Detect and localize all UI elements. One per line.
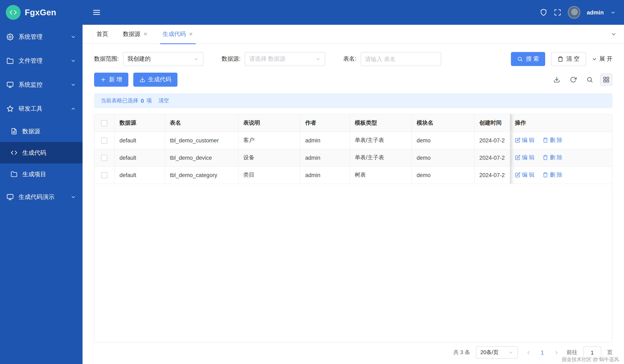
column-settings-icon-button[interactable] bbox=[600, 74, 612, 86]
header-actions: admin bbox=[540, 6, 616, 19]
expand-button[interactable]: 展 开 bbox=[592, 52, 612, 66]
add-button[interactable]: 新 增 bbox=[94, 73, 128, 87]
sidebar-submenu: 数据源 生成代码 生成项目 bbox=[0, 121, 82, 185]
col-header-actions: 操作 bbox=[510, 114, 612, 132]
current-page[interactable]: 1 bbox=[539, 349, 546, 356]
row-checkbox[interactable] bbox=[101, 155, 107, 161]
app-root: FgxGen 系统管理 文件管理 系统监控 研发工具 bbox=[0, 0, 624, 364]
cell-desc: 设备 bbox=[238, 149, 300, 166]
clear-button-label: 清 空 bbox=[566, 55, 579, 63]
edit-link[interactable]: 编 辑 bbox=[515, 171, 535, 179]
monitor-icon bbox=[7, 81, 14, 88]
edit-icon bbox=[515, 138, 520, 143]
cell-table: tbl_demo_customer bbox=[165, 132, 238, 149]
sidebar-subitem-generate-project[interactable]: 生成项目 bbox=[0, 163, 82, 185]
delete-link[interactable]: 删 除 bbox=[543, 154, 563, 161]
table-row[interactable]: default tbl_demo_category 类目 admin 树表 de… bbox=[95, 166, 612, 184]
selection-info-bar: 当前表格已选择 0 项 清空 bbox=[94, 93, 612, 108]
data-table: 数据源 表名 表说明 作者 模板类型 模块名 创建时间 操作 bbox=[94, 114, 612, 342]
page-size-value: 20条/页 bbox=[480, 349, 508, 356]
sidebar-item-dev-tools[interactable]: 研发工具 bbox=[0, 97, 82, 121]
cell-template: 单表/主子表 bbox=[350, 132, 412, 149]
sidebar-subitem-generate-code[interactable]: 生成代码 bbox=[0, 142, 82, 163]
clear-button[interactable]: 清 空 bbox=[551, 52, 586, 66]
select-all-checkbox[interactable] bbox=[101, 120, 107, 126]
cell-created: 2024-07-2 bbox=[474, 132, 510, 149]
filter-scope: 数据范围: 我创建的 bbox=[94, 52, 204, 66]
edit-link[interactable]: 编 辑 bbox=[515, 137, 535, 144]
cell-author: admin bbox=[300, 166, 350, 184]
sidebar-item-file-mgmt[interactable]: 文件管理 bbox=[0, 49, 82, 73]
delete-link[interactable]: 删 除 bbox=[543, 171, 563, 179]
export-icon-button[interactable] bbox=[550, 74, 563, 86]
search-icon bbox=[517, 56, 523, 62]
logo[interactable]: FgxGen bbox=[0, 0, 82, 25]
fullscreen-icon[interactable] bbox=[554, 9, 561, 16]
selection-prefix: 当前表格已选择 bbox=[101, 97, 138, 104]
tab-datasource[interactable]: 数据源 bbox=[123, 25, 148, 44]
trash-icon bbox=[543, 172, 548, 178]
delete-label: 删 除 bbox=[550, 137, 563, 144]
delete-link[interactable]: 删 除 bbox=[543, 137, 563, 144]
chevron-down-icon[interactable] bbox=[610, 10, 616, 15]
cell-module: demo bbox=[412, 149, 474, 166]
row-checkbox[interactable] bbox=[101, 137, 107, 144]
selection-count: 0 bbox=[141, 97, 144, 104]
sidebar-item-code-demo[interactable]: 生成代码演示 bbox=[0, 185, 82, 209]
cell-table: tbl_demo_category bbox=[165, 166, 238, 184]
tab-options-chevron-icon[interactable] bbox=[611, 31, 617, 37]
cell-author: admin bbox=[300, 132, 350, 149]
cell-module: demo bbox=[412, 132, 474, 149]
tab-generate-code[interactable]: 生成代码 bbox=[163, 25, 193, 44]
close-icon[interactable] bbox=[143, 32, 148, 36]
sidebar-subitem-datasource[interactable]: 数据源 bbox=[0, 121, 82, 142]
search-button[interactable]: 搜 索 bbox=[511, 52, 545, 66]
filter-table-name: 表名: bbox=[343, 52, 441, 66]
chevron-down-icon bbox=[315, 56, 321, 62]
avatar[interactable] bbox=[568, 6, 580, 19]
cell-author: admin bbox=[300, 149, 350, 166]
page-size-select[interactable]: 20条/页 bbox=[476, 346, 518, 359]
table-row[interactable]: default tbl_demo_device 设备 admin 单表/主子表 … bbox=[95, 149, 612, 166]
tab-bar: 首页 数据源 生成代码 bbox=[82, 25, 624, 44]
table-name-input[interactable] bbox=[361, 52, 441, 66]
cell-created: 2024-07-2 bbox=[474, 149, 510, 166]
app-title: FgxGen bbox=[25, 8, 56, 17]
sidebar-item-label: 生成代码演示 bbox=[19, 193, 66, 201]
edit-label: 编 辑 bbox=[522, 154, 535, 161]
search-icon-button[interactable] bbox=[584, 74, 596, 86]
code-icon bbox=[11, 149, 17, 156]
sidebar-item-label: 研发工具 bbox=[19, 104, 66, 112]
sidebar-item-system-monitor[interactable]: 系统监控 bbox=[0, 73, 82, 97]
sidebar-item-system-mgmt[interactable]: 系统管理 bbox=[0, 25, 82, 49]
user-name[interactable]: admin bbox=[587, 9, 604, 16]
generate-code-button[interactable]: 生成代码 bbox=[133, 73, 178, 87]
datasource-select[interactable]: 请选择 数据源 bbox=[245, 52, 325, 66]
next-page-button[interactable] bbox=[552, 348, 561, 357]
selection-clear-link[interactable]: 清空 bbox=[158, 97, 169, 104]
refresh-icon-button[interactable] bbox=[567, 74, 579, 86]
filter-actions: 搜 索 清 空 展 开 bbox=[511, 52, 612, 66]
edit-label: 编 辑 bbox=[522, 171, 535, 179]
table-row[interactable]: default tbl_demo_customer 客户 admin 单表/主子… bbox=[95, 132, 612, 149]
chevron-down-icon bbox=[71, 82, 76, 87]
cell-template: 单表/主子表 bbox=[350, 149, 412, 166]
prev-page-button[interactable] bbox=[524, 348, 533, 357]
generate-code-button-label: 生成代码 bbox=[148, 76, 171, 83]
tab-home[interactable]: 首页 bbox=[97, 25, 108, 44]
row-checkbox[interactable] bbox=[101, 172, 107, 178]
expand-button-label: 展 开 bbox=[599, 55, 612, 63]
sidebar: FgxGen 系统管理 文件管理 系统监控 研发工具 bbox=[0, 0, 82, 364]
col-header-module: 模块名 bbox=[412, 114, 474, 132]
top-header: admin bbox=[82, 0, 624, 25]
edit-link[interactable]: 编 辑 bbox=[515, 154, 535, 161]
table-header-row: 数据源 表名 表说明 作者 模板类型 模块名 创建时间 操作 bbox=[95, 114, 612, 132]
menu-toggle-icon[interactable] bbox=[92, 8, 101, 17]
close-icon[interactable] bbox=[189, 32, 193, 36]
sidebar-menu: 系统管理 文件管理 系统监控 研发工具 数据源 bbox=[0, 25, 82, 209]
scope-select[interactable]: 我创建的 bbox=[123, 52, 204, 66]
watermark: 掘金技术社区 @ 蜗牛遥风 bbox=[562, 356, 619, 363]
shield-icon[interactable] bbox=[540, 9, 547, 16]
filter-datasource: 数据源: 请选择 数据源 bbox=[222, 52, 325, 66]
table-name-label: 表名: bbox=[343, 55, 357, 63]
